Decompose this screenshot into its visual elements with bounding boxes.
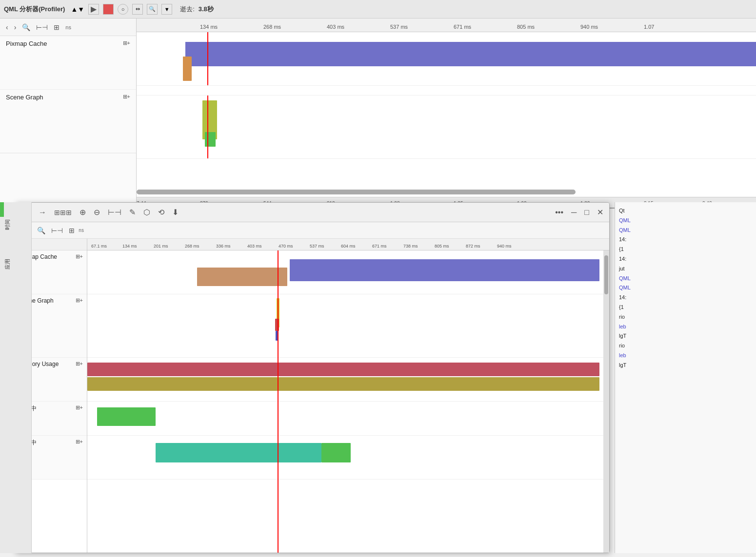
ruler-tick-1: 268 ms (263, 24, 281, 30)
browser-minimize-btn[interactable]: ─ (571, 208, 577, 217)
browser-fwd-btn[interactable]: → (37, 207, 48, 218)
inner-create-row (87, 436, 609, 480)
browser-transform-btn[interactable]: ⟲ (156, 207, 166, 218)
top-section-pixmap: Pixmap Cache ⊞+ (0, 36, 136, 90)
profiler-title: QML 分析器(Profiler) (4, 5, 65, 14)
inner-v-scrollbar-thumb[interactable] (604, 255, 608, 294)
filter-button[interactable]: ▼ (161, 4, 172, 15)
inner-ruler: 67.1 ms 134 ms 201 ms 268 ms 336 ms 403 … (87, 239, 609, 250)
inner-compile-expand[interactable]: ⊞+ (76, 404, 83, 411)
inner-fit-btn[interactable]: ⊢⊣ (49, 226, 65, 235)
ir-tick-6: 470 ms (279, 244, 293, 249)
browser-fit-btn[interactable]: ⊢⊣ (106, 207, 123, 218)
rp-igt2: lgT (619, 361, 752, 370)
top-panel: ‹ › 🔍 ⊢⊣ ⊞ ns Pixmap Cache ⊞+ Scene Grap… (0, 19, 756, 209)
h-scrollbar-thumb[interactable] (137, 190, 576, 194)
scenegraph-row (137, 96, 756, 159)
inner-content-area (87, 250, 609, 553)
browser-close-btn[interactable]: ✕ (597, 208, 603, 217)
ir-tick-5: 403 ms (247, 244, 262, 249)
ruler-tick-3: 537 ms (390, 24, 408, 30)
time-label: 时间 (4, 219, 11, 230)
dropdown-icon[interactable]: ▲▼ (71, 5, 84, 13)
ir-tick-4: 336 ms (216, 244, 231, 249)
inner-sg-row (87, 294, 609, 358)
pixmap-blue-bar (185, 42, 756, 66)
ir-tick-8: 604 ms (341, 244, 356, 249)
inner-memory-olive-bar (87, 377, 599, 391)
browser-titlebar: ← → ⊞⊞⊞ ⊕ ⊖ ⊢⊣ ✎ ⬡ ⟲ ⬇ ••• ─ □ ✕ (15, 203, 609, 222)
h-scrollbar-container[interactable] (137, 189, 756, 195)
record-button[interactable]: ▶ (88, 4, 99, 15)
ruler-tick-4: 671 ms (454, 24, 471, 30)
ir-tick-7: 537 ms (310, 244, 324, 249)
elapsed-value: 3.8秒 (199, 5, 214, 14)
rp-leb1: leb (619, 322, 752, 332)
browser-zoom-in-btn[interactable]: ⊕ (78, 207, 88, 218)
browser-more-btn[interactable]: ••• (555, 208, 563, 217)
inner-compile-row (87, 402, 609, 436)
browser-edit-btn[interactable]: ✎ (127, 207, 138, 218)
app-label: 应用 (4, 259, 11, 269)
browser-zoom-out-btn[interactable]: ⊖ (92, 207, 102, 218)
rp-14-3: 14: (619, 293, 752, 303)
rp-rio2: rio (619, 341, 752, 351)
scenegraph-expand-btn[interactable]: ⊞+ (123, 94, 130, 100)
nav-fwd-btn[interactable]: › (12, 22, 19, 32)
ruler-tick-7: 1.07 (644, 24, 654, 30)
scene-graph-label: Scene Graph (6, 94, 43, 101)
inner-memory-expand[interactable]: ⊞+ (76, 361, 83, 367)
inner-unit: ns (79, 228, 84, 233)
inner-v-scrollbar[interactable] (603, 250, 609, 553)
rp-qt: Qt (619, 206, 752, 216)
ruler-tick-6: 940 ms (580, 24, 598, 30)
ir-tick-3: 268 ms (185, 244, 199, 249)
top-section-scenegraph: Scene Graph ⊞+ (0, 90, 136, 153)
top-timeline-area: 134 ms 268 ms 403 ms 537 ms 671 ms 805 m… (137, 19, 756, 208)
right-panel: Qt QML QML 14: {1 14: jut QML QML 14: {1… (615, 202, 756, 553)
inner-timeline: Pixmap Cache ⊞+ Scene Graph ⊞+ Memory Us… (15, 239, 609, 553)
right-panel-content: Qt QML QML 14: {1 14: jut QML QML 14: {1… (619, 206, 752, 370)
inner-create-expand[interactable]: ⊞+ (76, 439, 83, 445)
inner-pixmap-expand[interactable]: ⊞+ (76, 253, 83, 260)
inner-profiler: ‹ › 🔍 ⊢⊣ ⊞ ns Pixmap Cache ⊞+ Scene Grap… (15, 222, 609, 553)
fit-btn[interactable]: ⊢⊣ (34, 22, 50, 32)
ir-tick-13: 940 ms (497, 244, 512, 249)
ir-tick-0: 67.1 ms (91, 244, 107, 249)
pixmap-cache-label: Pixmap Cache (6, 40, 47, 47)
inner-sg-expand[interactable]: ⊞+ (76, 297, 83, 304)
record-circle-button[interactable]: ○ (118, 4, 128, 15)
rp-jut1: jut (619, 264, 752, 274)
pixmap-expand-btn[interactable]: ⊞+ (123, 40, 130, 46)
inner-nav-row: ‹ › 🔍 ⊢⊣ ⊞ ns (15, 222, 609, 239)
browser-maximize-btn[interactable]: □ (584, 208, 589, 217)
top-time-ruler: 134 ms 268 ms 403 ms 537 ms 671 ms 805 m… (137, 19, 756, 32)
outer-left-sidebar: 时间 应用 (0, 202, 32, 553)
rp-qml2: QML (619, 226, 752, 235)
gap-row (137, 86, 756, 96)
layout-btn[interactable]: ⊞ (52, 22, 61, 32)
browser-download-btn[interactable]: ⬇ (170, 207, 180, 218)
top-red-line (207, 32, 208, 85)
stop-button[interactable] (103, 4, 114, 15)
search-nav-btn[interactable]: 🔍 (20, 22, 32, 32)
nav-back-btn[interactable]: ‹ (4, 22, 10, 32)
pixmap-orange-bar (183, 57, 192, 81)
browser-grid-btn[interactable]: ⊞⊞⊞ (52, 208, 74, 217)
ruler-tick-5: 805 ms (517, 24, 535, 30)
profiler-toolbar: QML 分析器(Profiler) ▲▼ ▶ ○ ⇔ 🔍 ▼ 逝去: 3.8秒 (0, 0, 756, 19)
browser-share-btn[interactable]: ⬡ (141, 207, 152, 218)
ir-tick-2: 201 ms (154, 244, 168, 249)
pixmap-row (137, 32, 756, 86)
rp-qml3: QML (619, 274, 752, 284)
rp-rio1: rio (619, 312, 752, 322)
search-button[interactable]: 🔍 (147, 4, 158, 15)
zoom-button[interactable]: ⇔ (132, 4, 143, 15)
inner-layout-btn[interactable]: ⊞ (67, 226, 77, 235)
inner-search-btn[interactable]: 🔍 (35, 226, 47, 235)
browser-window: ← → ⊞⊞⊞ ⊕ ⊖ ⊢⊣ ✎ ⬡ ⟲ ⬇ ••• ─ □ ✕ ‹ › 🔍 ⊢… (15, 202, 610, 553)
rp-qml4: QML (619, 283, 752, 293)
inner-right-area: 67.1 ms 134 ms 201 ms 268 ms 336 ms 403 … (87, 239, 609, 553)
inner-pixmap-blue-bar (290, 259, 599, 281)
ruler-tick-2: 403 ms (327, 24, 344, 30)
